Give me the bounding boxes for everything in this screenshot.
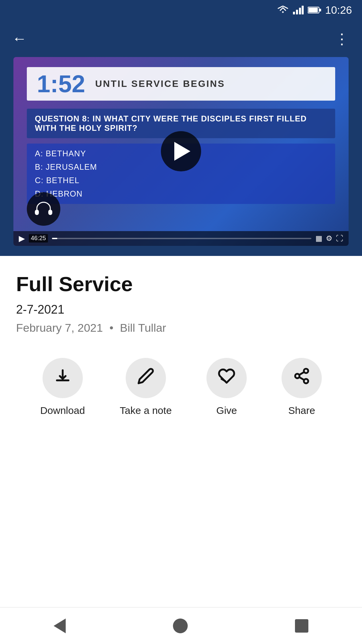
question-text: QUESTION 8: IN WHAT CITY WERE THE DISCIP… [35,114,307,132]
share-action[interactable]: Share [282,358,322,416]
nav-recents-button[interactable] [295,619,308,633]
video-quality-icon[interactable]: ▦ [315,234,322,243]
download-label: Download [40,405,85,416]
give-label: Give [216,405,237,416]
video-ctrl-icons: ▦ ⚙ ⛶ [315,234,343,243]
note-action[interactable]: Take a note [120,358,172,416]
share-label: Share [288,405,315,416]
status-time: 10:26 [325,4,352,16]
note-label: Take a note [120,405,172,416]
svg-rect-5 [308,8,318,12]
status-bar: 10:26 [0,0,362,20]
sermon-title: Full Service [16,272,346,296]
status-icons: 10:26 [277,4,352,16]
svg-line-13 [299,372,304,375]
signal-icon [293,6,304,14]
note-icon [137,367,155,388]
back-button[interactable]: ← [12,31,27,46]
download-action[interactable]: Download [40,358,85,416]
give-action[interactable]: Give [206,358,247,416]
content-section: Full Service 2-7-2021 February 7, 2021 •… [0,256,362,436]
battery-icon [308,6,321,14]
until-text: UNTIL SERVICE BEGINS [95,78,225,89]
nav-home-icon [173,619,188,633]
video-settings-icon[interactable]: ⚙ [326,234,333,243]
nav-back-icon [54,619,66,633]
video-time-badge: 46:25 [29,234,48,243]
video-play-button[interactable]: ▶ [19,234,25,243]
nav-home-button[interactable] [173,619,188,633]
headphone-button[interactable] [27,192,60,226]
share-button-circle[interactable] [282,358,322,398]
sermon-meta: February 7, 2021 • Bill Tullar [16,321,346,334]
video-progress-filled [52,238,57,239]
answer-d: D: HEBRON [35,189,327,199]
video-controls: ▶ 46:25 ▦ ⚙ ⛶ [13,231,349,246]
svg-rect-0 [293,12,295,14]
svg-rect-3 [302,6,304,14]
svg-rect-8 [48,210,52,215]
navigation-bar [0,607,362,644]
download-button-circle[interactable] [43,358,83,398]
app-bar: ← ⋮ [0,20,362,57]
wifi-icon [277,6,289,14]
play-button[interactable] [161,131,201,171]
svg-rect-6 [319,9,321,11]
more-options-button[interactable]: ⋮ [335,30,350,47]
video-fullscreen-icon[interactable]: ⛶ [336,234,343,243]
download-icon [54,367,71,388]
timer-text: 1:52 [37,72,85,96]
headphone-icon [34,201,53,217]
answer-c: C: BETHEL [35,176,327,185]
play-icon [174,142,190,161]
give-button-circle[interactable] [206,358,247,398]
svg-rect-1 [296,10,298,14]
nav-back-button[interactable] [54,619,66,633]
video-player[interactable]: 1:52 UNTIL SERVICE BEGINS QUESTION 8: IN… [13,57,349,246]
give-icon [218,367,235,388]
meta-dot: • [109,321,116,334]
note-button-circle[interactable] [126,358,166,398]
actions-row: Download Take a note [16,358,346,416]
sermon-date-short: 2-7-2021 [16,303,346,317]
timer-bar: 1:52 UNTIL SERVICE BEGINS [27,67,335,101]
nav-recents-icon [295,619,308,633]
share-icon [293,367,310,388]
svg-rect-2 [299,8,301,14]
video-container: 1:52 UNTIL SERVICE BEGINS QUESTION 8: IN… [0,57,362,256]
svg-rect-7 [35,210,39,215]
sermon-date-long: February 7, 2021 [16,321,103,334]
svg-line-12 [299,377,304,380]
video-progress-bar[interactable] [52,238,311,239]
sermon-speaker: Bill Tullar [120,321,166,334]
